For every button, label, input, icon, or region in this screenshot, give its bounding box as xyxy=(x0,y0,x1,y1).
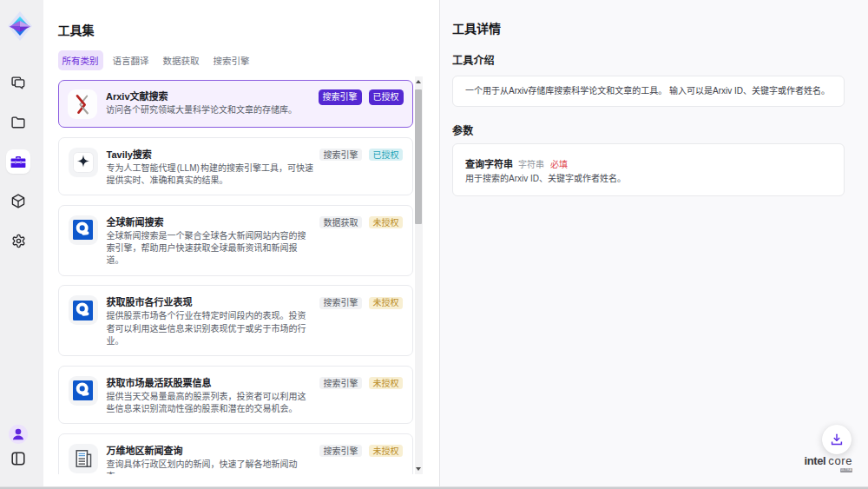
tab-2[interactable]: 数据获取 xyxy=(159,50,204,70)
bottom-strip xyxy=(0,486,868,489)
gear-icon xyxy=(11,234,26,248)
tool-card-0[interactable]: Arxiv文献搜索访问各个研究领域大量科学论文和文章的存储库。搜索引擎已授权 xyxy=(58,80,414,129)
tool-description: 专为人工智能代理 (LLM) 构建的搜索引擎工具，可快速提供实时、准确和真实的结… xyxy=(107,162,314,188)
tool-card-4[interactable]: 获取市场最活跃股票信息提供当天交易量最高的股票列表，投资者可以利用这些信息来识别… xyxy=(58,366,414,425)
auth-badge: 已授权 xyxy=(369,89,404,105)
list-scrollbar[interactable] xyxy=(415,76,423,474)
cube-icon xyxy=(11,194,25,208)
arxiv-logo-icon xyxy=(68,89,97,119)
chat-icon xyxy=(11,76,25,89)
tools-panel: 工具集 所有类别语言翻译数据获取搜索引擎 Arxiv文献搜索访问各个研究领域大量… xyxy=(43,0,439,486)
category-badge: 搜索引擎 xyxy=(319,89,362,105)
toolbox-icon xyxy=(10,155,26,169)
core-wordmark: core xyxy=(828,454,852,467)
tool-title: 全球新闻搜索 xyxy=(107,215,314,229)
tool-title: Arxiv文献搜索 xyxy=(106,89,313,103)
sidebar xyxy=(0,0,43,486)
param-description: 用于搜索的Arxiv ID、关键字或作者姓名。 xyxy=(465,173,832,186)
juhe-q-icon xyxy=(69,215,98,245)
scrollbar-up-arrow[interactable] xyxy=(415,76,423,86)
sidebar-nav xyxy=(6,70,30,268)
intro-heading: 工具介绍 xyxy=(452,52,845,67)
sidebar-item-settings[interactable] xyxy=(6,228,30,253)
sidebar-item-package[interactable] xyxy=(6,189,30,214)
app-logo[interactable] xyxy=(7,10,30,38)
download-fab[interactable] xyxy=(822,425,852,454)
auth-badge: 未授权 xyxy=(369,216,403,228)
tool-description: 访问各个研究领域大量科学论文和文章的存储库。 xyxy=(106,104,313,116)
params-heading: 参数 xyxy=(452,122,845,137)
tool-card-1[interactable]: Tavily搜索专为人工智能代理 (LLM) 构建的搜索引擎工具，可快速提供实时… xyxy=(58,137,414,196)
intel-core-logo: intelcore ULTRA xyxy=(805,454,852,472)
page-title: 工具集 xyxy=(58,21,95,38)
tool-list: Arxiv文献搜索访问各个研究领域大量科学论文和文章的存储库。搜索引擎已授权Ta… xyxy=(58,76,415,474)
category-badge: 搜索引擎 xyxy=(319,297,362,309)
tool-description: 提供股票市场各个行业在特定时间段内的表现。投资者可以利用这些信息来识别表现优于或… xyxy=(107,310,314,347)
sidebar-item-toolbox[interactable] xyxy=(6,149,30,174)
intro-box: 一个用于从Arxiv存储库搜索科学论文和文章的工具。 输入可以是Arxiv ID… xyxy=(452,76,845,107)
tab-0[interactable]: 所有类别 xyxy=(58,50,103,70)
category-badge: 搜索引擎 xyxy=(319,377,362,389)
app-window: 工具集 所有类别语言翻译数据获取搜索引擎 Arxiv文献搜索访问各个研究领域大量… xyxy=(0,0,868,489)
param-name: 查询字符串 xyxy=(465,157,513,171)
juhe-q-icon xyxy=(69,295,98,325)
tavily-star-icon xyxy=(69,148,98,177)
auth-badge: 已授权 xyxy=(369,149,403,161)
collapse-sidebar-button[interactable] xyxy=(6,448,30,469)
param-type: 字符串 xyxy=(518,158,544,172)
category-badge: 搜索引擎 xyxy=(319,149,362,161)
param-required-badge: 必填 xyxy=(550,158,568,172)
newspaper-icon xyxy=(69,444,98,473)
intel-wordmark: intel xyxy=(805,454,826,467)
auth-badge: 未授权 xyxy=(369,297,403,309)
tool-title: Tavily搜索 xyxy=(107,148,314,162)
tool-card-2[interactable]: 全球新闻搜索全球新闻搜索是一个聚合全球各大新闻网站内容的搜索引擎，帮助用户快速获… xyxy=(58,205,414,276)
user-avatar[interactable] xyxy=(9,425,28,444)
scrollbar-thumb[interactable] xyxy=(415,89,422,224)
category-badge: 搜索引擎 xyxy=(319,445,362,457)
detail-title: 工具详情 xyxy=(452,20,845,37)
category-tabs: 所有类别语言翻译数据获取搜索引擎 xyxy=(58,52,260,69)
tool-title: 获取市场最活跃股票信息 xyxy=(107,376,314,390)
tool-detail-panel: 工具详情 工具介绍 一个用于从Arxiv存储库搜索科学论文和文章的工具。 输入可… xyxy=(439,0,868,486)
auth-badge: 未授权 xyxy=(369,377,403,389)
tool-description: 全球新闻搜索是一个聚合全球各大新闻网站内容的搜索引擎，帮助用户快速获取全球最新资… xyxy=(107,230,314,268)
sidebar-item-folder[interactable] xyxy=(6,110,30,135)
ultra-tier-badge: ULTRA xyxy=(840,468,852,472)
juhe-q-icon xyxy=(69,376,98,406)
tab-1[interactable]: 语言翻译 xyxy=(108,50,154,70)
category-badge: 数据获取 xyxy=(319,216,362,228)
param-box: 查询字符串 字符串 必填 用于搜索的Arxiv ID、关键字或作者姓名。 xyxy=(452,143,845,196)
tool-title: 获取股市各行业表现 xyxy=(107,295,314,309)
sidebar-item-chat[interactable] xyxy=(6,70,30,95)
scrollbar-down-arrow[interactable] xyxy=(415,465,423,474)
tool-description: 查询具体行政区划内的新闻，快速了解各地新闻动态。 xyxy=(107,459,314,474)
tab-3[interactable]: 搜索引擎 xyxy=(209,50,254,70)
tool-card-3[interactable]: 获取股市各行业表现提供股票市场各个行业在特定时间段内的表现。投资者可以利用这些信… xyxy=(58,285,414,356)
folder-icon xyxy=(11,116,25,129)
auth-badge: 未授权 xyxy=(369,445,403,457)
tool-card-5[interactable]: 万维地区新闻查询查询具体行政区划内的新闻，快速了解各地新闻动态。搜索引擎未授权 xyxy=(58,433,414,474)
tool-description: 提供当天交易量最高的股票列表，投资者可以利用这些信息来识别流动性强的股票和潜在的… xyxy=(107,391,314,416)
tool-title: 万维地区新闻查询 xyxy=(107,444,314,458)
